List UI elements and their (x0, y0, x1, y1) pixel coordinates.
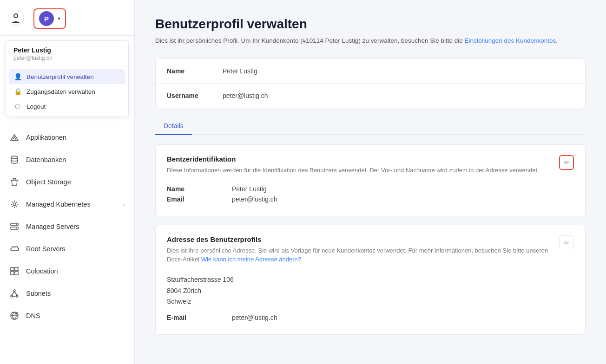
address-desc: Dies ist Ihre persönliche Adresse. Sie w… (167, 246, 559, 264)
address-email-value: peter@lustig.ch (232, 314, 277, 321)
address-email-label: E-mail (167, 314, 232, 321)
chevron-right-icon: › (123, 201, 125, 208)
id-name-row: Name Peter Lustig (167, 185, 574, 193)
sidebar-item-dns-label: DNS (26, 312, 125, 319)
svg-point-4 (13, 203, 16, 206)
svg-rect-9 (11, 267, 14, 271)
page-subtitle: Dies ist ihr persönliches Profil. Um Ihr… (155, 36, 586, 46)
address-email-row: E-mail peter@lustig.ch (167, 314, 574, 321)
sidebar: P ▾ Peter Lustig peter@lustig.ch 👤 Benut… (0, 0, 135, 364)
address-header-left: Adresse des Benutzerprofils Dies ist Ihr… (167, 235, 559, 272)
sidebar-item-manage-access[interactable]: 🔒 Zugangsdaten verwalten (6, 84, 128, 99)
id-email-value: peter@lustig.ch (232, 195, 277, 203)
id-name-label: Name (167, 185, 232, 193)
database-icon (9, 155, 20, 165)
username-value: peter@lustig.ch (223, 92, 268, 99)
address-section: Adresse des Benutzerprofils Dies ist Ihr… (155, 225, 586, 335)
sidebar-item-datenbanken-label: Datenbanken (26, 156, 125, 163)
pencil-icon-2: ✏ (564, 239, 569, 247)
sidebar-item-managed-kubernetes-label: Managed Kubernetes (26, 201, 117, 208)
svg-point-13 (13, 290, 15, 292)
network-icon (9, 288, 20, 299)
page-title: Benutzerprofil verwalten (155, 17, 586, 32)
settings-link[interactable]: Einstellungen des Kundenkontos (465, 37, 556, 44)
identification-desc: Diese Informationen werden für die Ident… (167, 166, 539, 175)
globe-x-icon (9, 311, 20, 321)
server-icon (9, 221, 20, 232)
address-line2: 8004 Zürich (167, 286, 574, 297)
gear-complex-icon (9, 199, 20, 209)
address-edit-button[interactable]: ✏ (559, 235, 574, 250)
tabs: Details (155, 117, 586, 135)
sidebar-header: P ▾ (0, 0, 134, 36)
svg-rect-10 (15, 267, 18, 271)
sidebar-item-applikationen-label: Applikationen (26, 134, 125, 141)
username-row: Username peter@lustig.ch (156, 84, 585, 108)
sidebar-item-managed-servers-label: Managed Servers (26, 223, 125, 230)
cloud-icon (9, 244, 20, 254)
user-dropdown-menu: Peter Lustig peter@lustig.ch 👤 Benutzerp… (6, 40, 129, 117)
user-dropdown-button[interactable]: P ▾ (33, 8, 66, 29)
svg-point-2 (14, 14, 17, 17)
sidebar-item-colocation-label: Colocation (26, 267, 125, 275)
sidebar-item-applikationen[interactable]: Applikationen (0, 126, 134, 149)
svg-rect-11 (11, 272, 14, 275)
sidebar-item-manage-access-label: Zugangsdaten verwalten (26, 88, 95, 95)
sidebar-item-manage-profile-label: Benutzerprofil verwalten (26, 73, 94, 80)
person-icon: 👤 (13, 73, 22, 80)
user-avatar: P (39, 11, 54, 26)
address-title: Adresse des Benutzerprofils (167, 235, 559, 243)
id-name-value: Peter Lustig (232, 185, 267, 193)
sidebar-item-managed-kubernetes[interactable]: Managed Kubernetes › (0, 193, 134, 215)
sidebar-nav: Applikationen Datenbanken Object Storage… (0, 122, 134, 332)
triangle-icon (9, 132, 20, 143)
lock-icon: 🔒 (13, 88, 22, 95)
username-label: Username (167, 92, 223, 99)
sidebar-item-subnets[interactable]: Subnets (0, 282, 134, 305)
page-subtitle-text: Dies ist ihr persönliches Profil. Um Ihr… (155, 37, 465, 44)
id-email-label: Email (167, 195, 232, 203)
sidebar-item-colocation[interactable]: Colocation (0, 260, 134, 282)
chevron-down-icon: ▾ (58, 15, 60, 22)
sidebar-item-managed-servers[interactable]: Managed Servers (0, 215, 134, 238)
svg-point-3 (11, 156, 18, 159)
svg-point-7 (16, 224, 17, 225)
name-value: Peter Lustig (223, 67, 257, 75)
address-line3: Schweiz (167, 296, 574, 307)
identification-edit-button[interactable]: ✏ (559, 155, 574, 170)
sidebar-item-manage-profile[interactable]: 👤 Benutzerprofil verwalten (9, 69, 125, 84)
name-label: Name (167, 67, 223, 75)
sidebar-item-logout[interactable]: ⬡ Logout (6, 99, 128, 114)
svg-point-8 (16, 228, 17, 229)
main-content: Benutzerprofil verwalten Dies ist ihr pe… (135, 0, 606, 364)
logo-icon (7, 9, 24, 28)
sidebar-item-object-storage[interactable]: Object Storage (0, 171, 134, 193)
sidebar-item-root-servers-label: Root Servers (26, 245, 125, 253)
sidebar-item-dns[interactable]: DNS (0, 305, 134, 327)
identification-header: Bentzeridentifikation Diese Informatione… (167, 155, 574, 182)
dropdown-user-name: Peter Lustig (6, 46, 128, 55)
sidebar-item-subnets-label: Subnets (26, 290, 125, 297)
grid-icon (9, 266, 20, 276)
id-email-row: Email peter@lustig.ch (167, 195, 574, 203)
sidebar-item-root-servers[interactable]: Root Servers (0, 238, 134, 260)
address-block: Stauffacherstrasse 106 8004 Zürich Schwe… (167, 274, 574, 307)
identification-title: Bentzeridentifikation (167, 155, 539, 163)
address-line1: Stauffacherstrasse 106 (167, 274, 574, 286)
user-info-card: Name Peter Lustig Username peter@lustig.… (155, 58, 586, 108)
logout-icon: ⬡ (13, 103, 22, 110)
identification-section: Bentzeridentifikation Diese Informatione… (155, 144, 586, 216)
tab-details[interactable]: Details (155, 117, 192, 135)
address-change-link[interactable]: Wie kann ich meine Adresse ändern? (201, 256, 301, 263)
bucket-icon (9, 177, 20, 187)
identification-header-left: Bentzeridentifikation Diese Informatione… (167, 155, 539, 182)
sidebar-item-logout-label: Logout (26, 103, 46, 110)
page-subtitle-suffix: . (556, 37, 558, 44)
pencil-icon: ✏ (564, 159, 569, 166)
sidebar-item-datenbanken[interactable]: Datenbanken (0, 149, 134, 171)
name-row: Name Peter Lustig (156, 59, 585, 84)
dropdown-user-email: peter@lustig.ch (6, 55, 128, 66)
svg-rect-12 (15, 272, 18, 275)
address-header: Adresse des Benutzerprofils Dies ist Ihr… (167, 235, 574, 272)
sidebar-item-object-storage-label: Object Storage (26, 178, 125, 186)
